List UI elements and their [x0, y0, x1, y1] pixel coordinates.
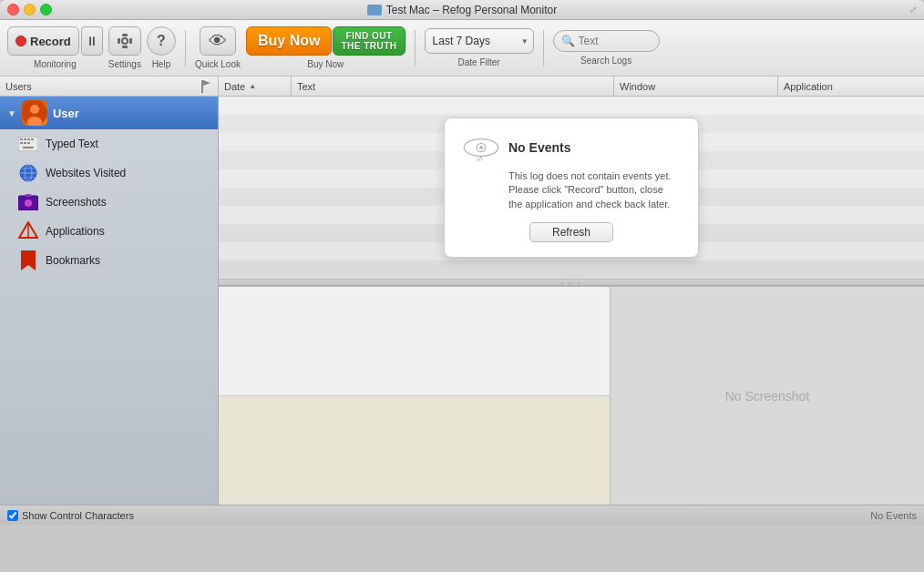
col-header-window[interactable]: Window [614, 77, 778, 96]
help-group: ? Help [147, 26, 176, 69]
col-header-application[interactable]: Application [778, 77, 924, 96]
sidebar-item-applications[interactable]: Applications [0, 217, 218, 246]
quicklook-button[interactable]: 👁 [200, 26, 236, 56]
col-users-flag [200, 80, 212, 93]
quicklook-group: 👁 Quick Look [195, 26, 241, 69]
toolbar-separator-3 [543, 30, 544, 66]
col-application-label: Application [784, 81, 833, 92]
pause-button[interactable]: ⏸ [81, 26, 103, 56]
window-title: Test Mac – Refog Personal Monitor [386, 4, 557, 16]
status-bar: Show Control Characters No Events [0, 505, 924, 525]
text-preview-bottom [219, 396, 610, 505]
svg-rect-11 [20, 138, 23, 140]
search-group: 🔍 Search Logs [553, 30, 660, 66]
record-dot-icon [15, 36, 26, 46]
user-avatar-img [22, 100, 47, 126]
sidebar-item-websites-label: Websites Visited [46, 167, 126, 179]
buynow-label: Buy Now [258, 33, 320, 49]
show-control-chars-checkbox[interactable] [7, 510, 18, 521]
screenshot-icon [18, 192, 38, 212]
settings-icon [116, 32, 134, 50]
svg-rect-18 [23, 147, 34, 148]
sidebar-item-typed-text[interactable]: Typed Text [0, 129, 218, 158]
search-label: Search Logs [580, 56, 631, 66]
flag-icon [201, 80, 210, 93]
findtruth-text: Find Out the Truth [341, 31, 396, 51]
traffic-lights[interactable] [7, 4, 52, 15]
sort-arrow-icon: ▲ [249, 82, 256, 90]
record-label: Record [30, 35, 71, 48]
window-title-group: Test Mac – Refog Personal Monitor [367, 4, 557, 16]
settings-button[interactable] [108, 26, 141, 56]
status-no-events: No Events [870, 510, 917, 521]
sidebar-user-item[interactable]: ▼ User [0, 97, 218, 129]
bookmark-svg [21, 250, 36, 271]
svg-marker-29 [21, 250, 36, 271]
svg-rect-5 [201, 80, 203, 93]
date-filter-wrapper: Last 7 Days Last 30 Days Last 90 Days Al… [425, 28, 534, 54]
col-header-date[interactable]: Date ▲ [219, 77, 292, 96]
show-control-chars-wrapper[interactable]: Show Control Characters [7, 510, 134, 521]
close-button[interactable] [7, 4, 19, 15]
eye-icon: 👁 [209, 31, 227, 52]
window-app-icon [367, 5, 382, 15]
no-screenshot-label: No Screenshot [725, 389, 810, 403]
log-area: No Events This log does not contain even… [219, 97, 924, 279]
svg-rect-17 [27, 142, 30, 144]
search-input[interactable] [579, 35, 652, 47]
sidebar-item-bookmarks-label: Bookmarks [46, 254, 100, 267]
help-icon: ? [157, 33, 166, 49]
settings-group-label: Settings [108, 59, 141, 69]
svg-point-4 [122, 38, 128, 44]
expand-arrow-icon: ▼ [7, 108, 16, 118]
no-events-header: No Events [463, 133, 570, 162]
bottom-panel: No Screenshot [219, 286, 924, 505]
globe-svg [18, 163, 38, 183]
app-icon [18, 221, 38, 241]
toolbar-separator-1 [185, 30, 186, 66]
minimize-button[interactable] [24, 4, 36, 15]
buynow-btn-group: Buy Now Find Out the Truth [246, 26, 406, 56]
sidebar-item-websites-visited[interactable]: Websites Visited [0, 158, 218, 188]
svg-point-25 [25, 199, 32, 207]
refresh-button[interactable]: Refresh [529, 222, 613, 242]
user-label: User [53, 107, 79, 120]
no-events-dialog: No Events This log does not contain even… [444, 117, 699, 258]
help-button[interactable]: ? [147, 26, 176, 56]
svg-marker-6 [203, 80, 210, 86]
help-group-label: Help [152, 59, 171, 69]
svg-rect-14 [31, 138, 34, 140]
findtruth-line1: Find Out [341, 31, 396, 41]
settings-group: Settings [108, 26, 141, 69]
svg-rect-3 [129, 38, 132, 44]
findtruth-button[interactable]: Find Out the Truth [333, 26, 405, 56]
sidebar-item-screenshots-label: Screenshots [46, 196, 107, 209]
content-area: No Events This log does not contain even… [219, 97, 924, 505]
column-headers: Users Date ▲ Text Window Application [0, 77, 924, 97]
quicklook-label: Quick Look [195, 59, 241, 69]
resize-icon: ⤢ [909, 5, 917, 15]
search-wrapper: 🔍 [553, 30, 660, 52]
col-date-label: Date [224, 81, 245, 92]
findtruth-line2: the Truth [341, 41, 396, 51]
record-button[interactable]: Record [7, 26, 79, 56]
keyboard-svg [18, 137, 38, 151]
buynow-button[interactable]: Buy Now [246, 26, 332, 56]
sidebar-item-typed-text-label: Typed Text [46, 138, 98, 150]
maximize-button[interactable] [40, 4, 52, 15]
svg-point-32 [479, 146, 483, 149]
globe-icon [18, 163, 38, 183]
body-area: ▼ User [0, 97, 924, 505]
date-filter-select[interactable]: Last 7 Days Last 30 Days Last 90 Days Al… [425, 28, 534, 54]
resize-handle[interactable]: • • • [219, 279, 924, 286]
sidebar-item-bookmarks[interactable]: Bookmarks [0, 246, 218, 275]
toolbar: Record ⏸ Monitoring Settings ? Help [0, 20, 924, 77]
date-filter-label: Date Filter [458, 57, 500, 67]
sidebar-item-screenshots[interactable]: Screenshots [0, 188, 218, 217]
svg-rect-15 [20, 142, 23, 144]
screenshot-svg [18, 194, 38, 210]
col-header-text[interactable]: Text [292, 77, 614, 96]
buynow-group-label: Buy Now [307, 59, 344, 69]
col-window-label: Window [620, 81, 655, 92]
monitoring-label: Monitoring [34, 59, 77, 69]
